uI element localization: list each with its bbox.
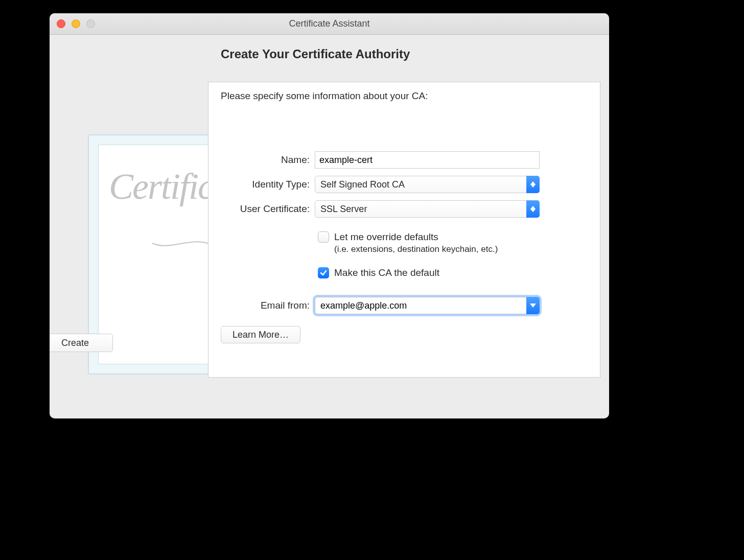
name-input[interactable] [315,151,540,169]
user-certificate-select[interactable]: SSL Server [315,200,540,218]
user-certificate-row: User Certificate: SSL Server [218,200,540,218]
content-area: Certificate Create Your Certificate Auth… [50,35,609,418]
make-default-row: Make this CA the default [318,267,439,278]
identity-type-label: Identity Type: [218,179,310,190]
form-panel: Please specify some information about yo… [208,82,600,378]
override-defaults-checkbox[interactable] [318,231,329,243]
override-defaults-text: Let me override defaults (i.e. extension… [334,231,498,254]
email-from-input[interactable] [315,297,540,314]
chevron-down-icon[interactable] [526,297,540,314]
close-window-button[interactable] [57,19,65,28]
name-label: Name: [218,154,310,166]
email-from-row: Email from: [218,297,540,314]
minimize-window-button[interactable] [72,19,80,28]
learn-more-button[interactable]: Learn More… [221,326,300,343]
zoom-window-button [86,19,95,28]
override-defaults-subtext: (i.e. extensions, destination keychain, … [334,244,498,254]
name-field-row: Name: [218,151,540,169]
traffic-lights [57,19,95,28]
make-default-text: Make this CA the default [334,267,439,278]
email-from-label: Email from: [218,300,310,311]
identity-type-row: Identity Type: Self Signed Root CA [218,176,540,193]
make-default-checkbox[interactable] [318,267,329,278]
override-defaults-label: Let me override defaults [334,231,498,243]
updown-arrows-icon [526,200,540,218]
identity-type-select[interactable]: Self Signed Root CA [315,176,540,193]
updown-arrows-icon [526,176,540,193]
user-certificate-label: User Certificate: [218,203,310,215]
page-heading: Create Your Certificate Authority [221,47,609,61]
make-default-label: Make this CA the default [334,267,439,278]
identity-type-value: Self Signed Root CA [315,176,540,193]
create-button[interactable]: Create [50,334,113,352]
window-title: Certificate Assistant [50,18,609,29]
override-defaults-row: Let me override defaults (i.e. extension… [318,231,498,254]
titlebar: Certificate Assistant [50,13,609,35]
panel-description: Please specify some information about yo… [221,90,428,102]
user-certificate-value: SSL Server [315,200,540,218]
certificate-assistant-window: Certificate Assistant Certificate Cre [50,13,609,418]
email-from-combo[interactable] [315,297,540,314]
